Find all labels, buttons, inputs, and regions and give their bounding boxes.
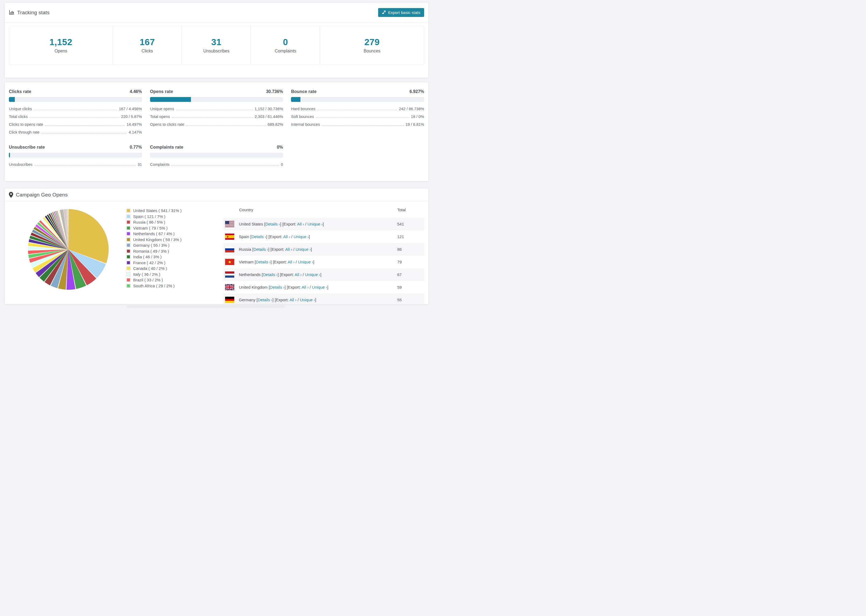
legend-swatch [127,238,130,241]
export-unique-link-netherlands[interactable]: Unique › [305,272,320,277]
rate-row-label: Hard bounces [291,107,315,111]
tracking-stats-title: Tracking stats [9,10,49,16]
details-link-netherlands[interactable]: Details › [263,272,277,277]
tracking-stats-header: Tracking stats Export basic stats [5,3,428,23]
dotted-leader [316,118,409,118]
export-unique-link-russia[interactable]: Unique › [296,247,311,251]
legend-label: Canada ( 40 / 2% ) [133,266,167,271]
details-link-vietnam[interactable]: Details › [256,259,271,264]
export-all-link-united-states[interactable]: All › [297,222,304,226]
details-link-russia[interactable]: Details › [254,247,268,251]
legend-item-canada[interactable]: Canada ( 40 / 2% ) [127,266,181,272]
export-all-link-spain[interactable]: All › [283,234,290,239]
geo-title-text: Campaign Geo Opens [16,192,68,198]
legend-item-spain[interactable]: Spain ( 121 / 7% ) [127,214,181,220]
rate-row-label: Unique clicks [9,107,32,111]
geo-pie-chart [27,208,109,291]
rate-rows: Unique opens1,152 / 30.736%Total opens2,… [150,105,283,129]
export-unique-link-vietnam[interactable]: Unique › [298,259,313,264]
details-link-germany[interactable]: Details › [258,297,272,302]
export-all-link-russia[interactable]: All › [285,247,292,251]
legend-label: United States ( 541 / 31% ) [133,208,181,213]
rate-row-label: Internal bounces [291,122,320,127]
stat-label: Unsubscribes [203,49,230,53]
rate-row-label: Click through rate [9,130,39,134]
geo-total-cell: 541 [397,222,424,226]
geo-table-col-total: Total [397,207,424,212]
rate-block-spacer [291,145,424,169]
legend-label: South Africa ( 29 / 2% ) [133,284,175,288]
geo-country-links: Germany [Details ›] [Export: All › / Uni… [239,297,316,302]
details-link-united-states[interactable]: Details › [265,222,280,226]
rate-row: Complaints0 [150,161,283,169]
stat-value: 279 [364,37,380,47]
flag-icon-nl [225,272,234,278]
export-all-link-vietnam[interactable]: All › [288,259,294,264]
legend-label: Netherlands ( 67 / 4% ) [133,231,175,236]
rate-block-complaints-rate: Complaints rate0%Complaints0 [150,145,283,169]
legend-swatch [127,278,130,282]
export-all-link-germany[interactable]: All › [290,297,296,302]
rate-row-value: 14.497% [126,122,142,127]
geo-header: Campaign Geo Opens [5,189,428,201]
stat-box-bounces: 279Bounces [320,26,424,64]
legend-item-india[interactable]: India ( 46 / 3% ) [127,254,181,260]
export-all-link-united-kingdom[interactable]: All › [301,285,309,289]
rate-row: Clicks to opens rate14.497% [9,121,142,129]
geo-country-cell: Germany [Details ›] [Export: All › / Uni… [225,297,397,303]
rate-head: Unsubscribe rate0.77% [9,145,142,150]
bottom-shadow-band [127,305,284,308]
stat-value: 167 [140,37,155,47]
progress-bar-fill [9,97,15,102]
geo-table-row-united-kingdom: United Kingdom [Details ›] [Export: All … [224,281,424,294]
legend-item-united-states[interactable]: United States ( 541 / 31% ) [127,208,181,214]
geo-country-links: Netherlands [Details ›] [Export: All › /… [239,272,321,277]
legend-item-south-africa[interactable]: South Africa ( 29 / 2% ) [127,283,181,289]
rate-row: Total opens2,303 / 61.446% [150,113,283,121]
legend-item-france[interactable]: France ( 42 / 2% ) [127,260,181,266]
legend-item-romania[interactable]: Romania ( 49 / 3% ) [127,248,181,254]
flag-icon-de [225,297,234,303]
export-unique-link-germany[interactable]: Unique › [300,297,315,302]
rate-value: 30.736% [266,89,283,94]
progress-bar-bounce-rate [291,97,424,102]
legend-swatch [127,244,130,247]
rate-row-label: Unique opens [150,107,174,111]
rates-card: Clicks rate4.46%Unique clicks167 / 4.456… [4,82,429,181]
legend-label: Vietnam ( 79 / 5% ) [133,226,168,230]
legend-label: France ( 42 / 2% ) [133,261,165,265]
geo-country-links: United States [Details ›] [Export: All ›… [239,222,324,226]
geo-table-row-germany: Germany [Details ›] [Export: All › / Uni… [224,294,424,305]
export-unique-link-united-kingdom[interactable]: Unique › [312,285,327,289]
export-basic-stats-button[interactable]: Export basic stats [378,8,424,17]
rate-value: 0.77% [130,145,142,150]
export-all-link-netherlands[interactable]: All › [295,272,302,277]
details-link-united-kingdom[interactable]: Details › [270,285,285,289]
export-unique-link-united-states[interactable]: Unique › [307,222,323,226]
geo-country-links: Vietnam [Details ›] [Export: All › / Uni… [239,259,314,264]
rate-row-label: Soft bounces [291,115,314,119]
geo-total-cell: 67 [397,272,424,277]
legend-item-netherlands[interactable]: Netherlands ( 67 / 4% ) [127,231,181,237]
legend-item-vietnam[interactable]: Vietnam ( 79 / 5% ) [127,225,181,231]
legend-item-germany[interactable]: Germany ( 55 / 3% ) [127,242,181,248]
rate-row-label: Clicks to opens rate [9,122,43,127]
geo-country-cell: Spain [Details ›] [Export: All › / Uniqu… [225,234,397,240]
map-pin-icon [9,192,13,198]
rate-rows: Complaints0 [150,161,283,169]
export-unique-link-spain[interactable]: Unique › [293,234,309,239]
legend-item-italy[interactable]: Italy ( 36 / 2% ) [127,272,181,277]
rate-row-value: 689.82% [268,122,283,127]
legend-item-brazil[interactable]: Brazil ( 33 / 2% ) [127,277,181,283]
legend-swatch [127,255,130,259]
legend-item-united-kingdom[interactable]: United Kingdom ( 59 / 3% ) [127,237,181,243]
geo-country-links: United Kingdom [Details ›] [Export: All … [239,285,328,289]
stat-label: Opens [55,49,67,53]
details-link-spain[interactable]: Details › [252,234,266,239]
rate-row-label: Complaints [150,162,170,167]
rate-row-value: 167 / 4.456% [119,107,142,111]
rate-row: Click through rate4.147% [9,129,142,137]
legend-item-russia[interactable]: Russia ( 86 / 5% ) [127,219,181,225]
rate-value: 4.46% [130,89,142,94]
rate-head: Complaints rate0% [150,145,283,150]
